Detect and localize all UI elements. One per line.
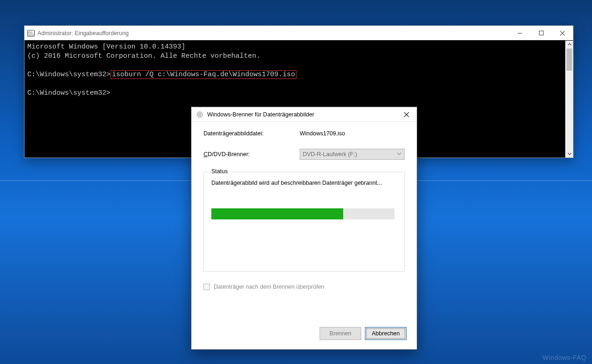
burn-progress-bar <box>211 208 395 219</box>
drive-combobox-value: DVD-R-Laufwerk (F:) <box>303 151 357 158</box>
close-icon <box>560 30 565 36</box>
chevron-down-icon <box>397 151 401 158</box>
watermark: Windows-FAQ <box>543 354 586 361</box>
svg-rect-1 <box>539 31 543 35</box>
cmd-line-copyright: (c) 2016 Microsoft Corporation. Alle Rec… <box>27 52 260 60</box>
dialog-close-button[interactable] <box>396 107 417 121</box>
verify-label: Datenträger nach dem Brennen überprüfen <box>214 284 324 290</box>
scroll-up-arrow-icon[interactable] <box>566 41 573 49</box>
command-prompt-titlebar[interactable]: Administrator: Eingabeaufforderung <box>25 26 573 41</box>
close-button[interactable] <box>552 26 573 40</box>
image-file-value: Windows1709.iso <box>300 130 345 137</box>
scrollbar[interactable] <box>565 41 573 158</box>
burn-progress-fill <box>211 208 343 219</box>
cmd-icon <box>27 30 35 36</box>
drive-combobox[interactable]: DVD-R-Laufwerk (F:) <box>300 149 405 160</box>
maximize-button[interactable] <box>530 26 552 40</box>
status-fieldset: Status Datenträgerabbild wird auf beschr… <box>204 172 405 272</box>
image-file-label: Datenträgerabbilddatei: <box>204 130 300 137</box>
cmd-prompt-1-command: isoburn /Q c:\Windows-Faq.de\Windows1709… <box>111 70 296 79</box>
disc-icon <box>196 111 204 118</box>
status-legend: Status <box>209 168 230 175</box>
desktop: Administrator: Eingabeaufforderung Micro… <box>0 0 592 364</box>
svg-point-5 <box>199 114 200 115</box>
verify-checkbox[interactable] <box>204 284 210 290</box>
cmd-window-title: Administrator: Eingabeaufforderung <box>37 30 509 36</box>
dialog-titlebar[interactable]: Windows-Brenner für Datenträgerabbilder <box>191 107 417 122</box>
disc-burner-dialog: Windows-Brenner für Datenträgerabbilder … <box>191 107 417 350</box>
scroll-down-arrow-icon[interactable] <box>566 150 573 158</box>
cancel-button[interactable]: Abbrechen <box>365 327 407 340</box>
close-icon <box>404 112 409 117</box>
dialog-title: Windows-Brenner für Datenträgerabbilder <box>207 111 392 118</box>
status-text: Datenträgerabbild wird auf beschreibbare… <box>211 179 397 187</box>
minimize-button[interactable] <box>509 26 530 40</box>
burn-button[interactable]: Brennen <box>320 327 361 340</box>
cmd-prompt-2-prefix: C:\Windows\system32> <box>27 89 111 97</box>
cmd-prompt-1-prefix: C:\Windows\system32> <box>27 71 111 79</box>
scroll-thumb[interactable] <box>567 49 572 71</box>
minimize-icon <box>517 30 523 36</box>
maximize-icon <box>539 30 544 36</box>
cmd-line-version: Microsoft Windows [Version 10.0.14393] <box>27 43 185 51</box>
drive-label: CD/DVD-Brenner: <box>204 151 300 158</box>
